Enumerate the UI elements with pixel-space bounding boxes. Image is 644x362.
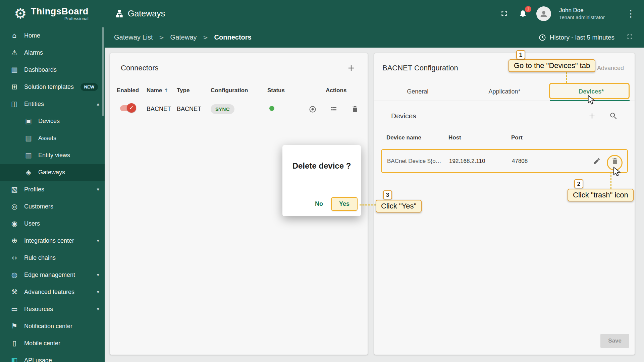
notification-flag-icon: ⚑ <box>10 323 19 330</box>
device-host: 192.168.2.110 <box>449 158 512 165</box>
sidebar-item-label: Entity views <box>38 152 70 159</box>
fullscreen-button[interactable] <box>499 8 509 19</box>
sidebar-item-label: Alarms <box>24 49 43 56</box>
breadcrumb-connectors: Connectors <box>214 34 252 41</box>
sidebar-item-notification-center[interactable]: ⚑Notification center <box>0 318 105 335</box>
sidebar-item-api-usage[interactable]: ◧API usage <box>0 352 105 362</box>
sync-chip: SYNC <box>211 104 234 114</box>
step-2-badge: 2 <box>574 179 583 188</box>
column-name[interactable]: Name↑ <box>147 87 177 94</box>
sidebar-item-rule-chains[interactable]: ‹›Rule chains <box>0 249 105 266</box>
fullscreen-icon <box>626 33 634 41</box>
gateways-icon <box>115 9 124 18</box>
notifications-button[interactable]: 1 <box>518 8 528 19</box>
sidebar-item-entity-views[interactable]: ▥Entity views <box>0 147 105 164</box>
gateways-icon: ◈ <box>24 169 33 176</box>
sort-ascending-icon: ↑ <box>164 87 168 94</box>
dialog-title: Delete device ? <box>282 161 361 171</box>
step-2-connector-line <box>610 172 611 189</box>
sidebar-item-users[interactable]: ◉Users <box>0 215 105 232</box>
delete-device-button[interactable] <box>610 157 619 166</box>
sidebar-item-assets[interactable]: ▤Assets <box>0 130 105 147</box>
chevron-down-icon: ▾ <box>97 187 99 192</box>
home-icon: ⌂ <box>10 32 19 39</box>
save-button[interactable]: Save <box>600 334 629 348</box>
connector-actions <box>308 105 361 114</box>
trash-icon <box>611 157 619 165</box>
history-label: History - last 5 minutes <box>550 34 614 41</box>
connectors-header: Connectors <box>110 53 368 83</box>
sidebar-item-resources[interactable]: ▭Resources▾ <box>0 301 105 318</box>
sidebar-item-advanced-features[interactable]: ⚒Advanced features▾ <box>0 284 105 301</box>
sidebar-item-entities[interactable]: ◫Entities▴ <box>0 96 105 113</box>
config-title: BACNET Configuration <box>382 64 458 72</box>
sidebar-item-profiles[interactable]: ▧Profiles▾ <box>0 181 105 198</box>
sidebar-item-mobile-center[interactable]: ▯Mobile center <box>0 335 105 352</box>
connector-type: BACNET <box>177 106 211 113</box>
devices-section-title: Devices <box>391 112 416 120</box>
devices-section-header: Devices <box>374 101 635 131</box>
customers-icon: ◎ <box>10 203 19 210</box>
add-connector-button[interactable] <box>346 63 356 73</box>
cursor-icon <box>587 95 596 105</box>
thingsboard-logo[interactable]: ⚙ ThingsBoard Professional <box>0 6 101 21</box>
mobile-center-icon: ▯ <box>10 340 19 347</box>
sidebar-item-devices[interactable]: ▣Devices <box>0 113 105 130</box>
column-host: Host <box>448 134 511 141</box>
assets-icon: ▤ <box>24 135 33 142</box>
delete-connector-button[interactable] <box>351 105 359 114</box>
connector-enabled-toggle[interactable]: ✓ <box>120 105 136 112</box>
new-badge: NEW <box>80 83 98 91</box>
search-devices-button[interactable] <box>608 111 619 121</box>
sidebar-item-customers[interactable]: ◎Customers <box>0 198 105 215</box>
devices-table-header: Device name Host Port <box>381 131 628 144</box>
breadcrumb-gateway[interactable]: Gateway <box>170 34 197 41</box>
avatar[interactable] <box>536 6 551 21</box>
connector-rpc-button[interactable] <box>308 105 317 114</box>
history-control[interactable]: History - last 5 minutes <box>538 32 635 43</box>
edit-device-button[interactable] <box>592 157 601 166</box>
expand-dashboard-button[interactable] <box>625 32 635 43</box>
user-info: John Doe Tenant administrator <box>559 7 609 21</box>
breadcrumb: Gateway List > Gateway > Connectors <box>114 34 252 41</box>
resources-folder-icon: ▭ <box>10 306 19 313</box>
brand-name: ThingsBoard <box>31 6 89 17</box>
trash-icon <box>351 105 359 113</box>
sidebar-item-edge-management[interactable]: ◍Edge management▾ <box>0 266 105 284</box>
dashboards-icon: ▦ <box>10 66 19 73</box>
no-button[interactable]: No <box>310 197 328 211</box>
sidebar-item-dashboards[interactable]: ▦Dashboards <box>0 61 105 78</box>
column-port: Port <box>511 134 551 141</box>
brand-text: ThingsBoard Professional <box>31 6 89 21</box>
breadcrumb-separator: > <box>203 34 208 41</box>
sidebar-item-integrations-center[interactable]: ⊕Integrations center▾ <box>0 232 105 249</box>
sidebar-item-gateways[interactable]: ◈Gateways <box>0 164 105 181</box>
delete-device-dialog: Delete device ? No Yes <box>282 145 361 216</box>
sidebar-item-solution-templates[interactable]: ⊞Solution templatesNEW <box>0 78 105 96</box>
api-usage-icon: ◧ <box>10 357 19 362</box>
top-header: ⚙ ThingsBoard Professional Gateways 1 Jo… <box>0 0 644 27</box>
device-actions <box>552 157 627 166</box>
column-type: Type <box>177 87 211 94</box>
clock-icon <box>538 34 546 42</box>
breadcrumb-gateway-list[interactable]: Gateway List <box>114 34 153 41</box>
step-3-connector-line <box>360 204 376 205</box>
more-menu-button[interactable]: ⋮ <box>626 9 635 18</box>
connectors-table-header: Enabled Name↑ Type Configuration Status … <box>110 83 368 98</box>
column-actions: Actions <box>326 87 361 94</box>
connector-row[interactable]: ✓ BACNET BACNET SYNC <box>110 98 368 120</box>
plus-icon <box>346 63 356 73</box>
add-device-button[interactable] <box>587 111 597 121</box>
chevron-down-icon: ▾ <box>97 307 99 312</box>
tab-application[interactable]: Application* <box>461 83 548 101</box>
sidebar-item-label: Assets <box>38 135 56 142</box>
advanced-toggle-label[interactable]: Advanced <box>597 65 624 72</box>
yes-button[interactable]: Yes <box>331 197 358 211</box>
alarm-warning-icon: ⚠ <box>10 49 19 56</box>
sidebar-scrollbar[interactable] <box>102 27 104 116</box>
tab-general[interactable]: General <box>374 83 461 101</box>
connector-logs-button[interactable] <box>329 105 338 114</box>
sidebar-item-alarms[interactable]: ⚠Alarms <box>0 44 105 61</box>
sidebar-item-home[interactable]: ⌂Home <box>0 27 105 44</box>
device-row[interactable]: BACnet Device ${ob… 192.168.2.110 47808 <box>381 149 628 173</box>
